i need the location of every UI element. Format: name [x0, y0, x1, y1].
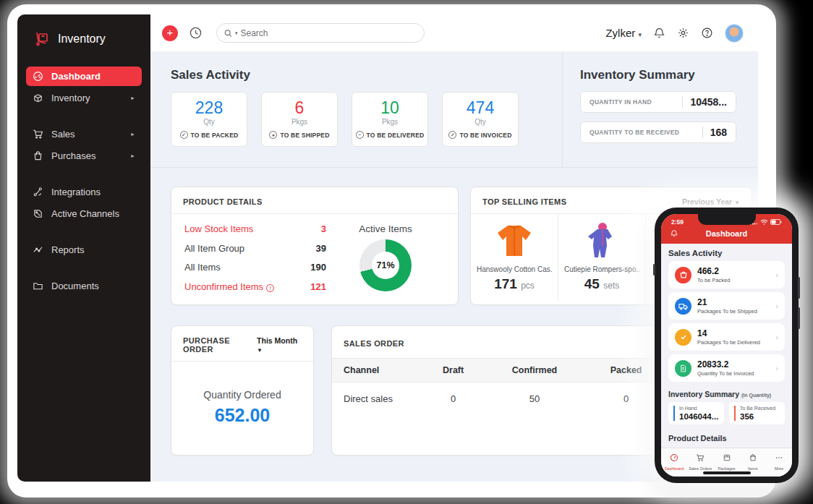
phone-mute-switch: [653, 264, 655, 276]
to-be-delivered-card[interactable]: 10 Pkgs −TO BE DELIVERED: [352, 92, 428, 147]
tab-label: Packages: [713, 466, 739, 471]
phone-to-be-received-card[interactable]: To Be Received 356: [729, 402, 785, 424]
all-item-group-row[interactable]: All Item Group39: [184, 243, 326, 254]
phone-metric-value: 14: [697, 328, 760, 338]
bag-icon: [33, 150, 43, 161]
card-title: SALES ORDER: [344, 339, 404, 348]
phone-in-hand-card[interactable]: In Hand 1046044...: [668, 402, 724, 424]
period-selector[interactable]: This Month ▼: [257, 336, 302, 354]
cell-channel: Direct sales: [332, 383, 425, 416]
info-alert-icon: !: [266, 284, 274, 292]
sidebar-item-purchases[interactable]: Purchases ►: [26, 146, 142, 166]
org-selector[interactable]: Zylker ▾: [605, 27, 642, 39]
phone-home-indicator[interactable]: [703, 471, 751, 474]
wifi-icon: [760, 219, 768, 225]
channels-icon: [33, 208, 43, 219]
sidebar-item-label: Documents: [51, 281, 99, 291]
all-items-row[interactable]: All Items190: [184, 262, 326, 273]
sidebar-item-documents[interactable]: Documents: [26, 276, 142, 296]
sidebar-item-active-channels[interactable]: Active Channels: [26, 204, 142, 223]
summary-label: QUANTITY TO BE RECEIVED: [589, 129, 679, 136]
quick-add-button[interactable]: +: [162, 25, 178, 41]
phone-to-be-packed-card[interactable]: 466.2 To be Packed ›: [668, 261, 785, 289]
notifications-bell-icon[interactable]: [653, 27, 665, 39]
search-scope-caret-icon[interactable]: ▾: [235, 30, 238, 36]
chevron-down-icon: ▼: [257, 347, 263, 354]
low-stock-items-row[interactable]: Low Stock Items3: [184, 223, 326, 234]
search-icon: [224, 29, 232, 38]
check-badge-icon: [675, 329, 691, 346]
phone-inv-label: To Be Received: [740, 406, 780, 411]
phone-tab-more[interactable]: More: [766, 452, 792, 477]
submenu-arrow-icon: ►: [130, 95, 135, 101]
bell-icon[interactable]: [670, 229, 678, 238]
settings-gear-icon[interactable]: [677, 27, 689, 39]
product-details-card: PRODUCT DETAILS Low Stock Items3 All Ite…: [171, 187, 459, 305]
phone-inventory-cards: In Hand 1046044... To Be Received 356: [668, 402, 785, 424]
tab-label: Dashboard: [661, 466, 687, 471]
phone-inv-value: 356: [740, 412, 780, 421]
product-details-list: Low Stock Items3 All Item Group39 All It…: [184, 223, 326, 300]
sidebar-item-sales[interactable]: Sales ►: [26, 124, 142, 144]
summary-label: QUANTITY IN HAND: [589, 98, 652, 106]
cart-tab-icon: [696, 453, 705, 462]
to-be-packed-card[interactable]: 228 Qty ✓TO BE PACKED: [171, 92, 247, 147]
sales-activity-heading: Sales Activity: [171, 68, 562, 82]
phone-to-be-shipped-card[interactable]: 21 Packages To be Shipped ›: [668, 292, 785, 320]
phone-mockup: 2:59 Dashboard Sales Activity: [655, 208, 799, 483]
submenu-arrow-icon: ►: [130, 153, 135, 158]
phone-inventory-summary-heading: Inventory Summary (In Quantity): [668, 390, 785, 398]
quantity-to-be-received-row[interactable]: QUANTITY TO BE RECEIVED 168: [580, 121, 736, 143]
quantity-in-hand-row[interactable]: QUANTITY IN HAND 10458...: [580, 91, 736, 113]
topbar: + ▾ Zylker ▾: [150, 14, 758, 52]
invoice-icon: [675, 360, 691, 377]
sidebar-item-dashboard[interactable]: Dashboard: [26, 67, 142, 86]
sidebar-item-inventory[interactable]: Inventory ►: [26, 88, 142, 108]
recent-activity-icon[interactable]: [189, 26, 203, 40]
help-icon[interactable]: [701, 27, 713, 39]
romper-product-image: [580, 221, 623, 259]
tab-label: Sales Orders: [687, 466, 713, 471]
product-quantity: 171 pcs: [477, 276, 552, 292]
top-item-2[interactable]: Cutiepie Rompers-spo... 45 sets: [558, 214, 646, 302]
card-title: PRODUCT DETAILS: [183, 197, 263, 206]
phone-screen: 2:59 Dashboard Sales Activity: [661, 214, 792, 477]
phone-to-be-invoiced-card[interactable]: 20833.2 Quantity To be Invoiced ›: [668, 354, 785, 382]
battery-icon: [770, 219, 782, 225]
top-item-1[interactable]: Hanswooly Cotton Cas... 171 pcs: [471, 214, 558, 302]
metric-value: 10: [352, 98, 427, 118]
summary-band: Sales Activity 228 Qty ✓TO BE PACKED 6 P…: [150, 52, 758, 168]
period-selector[interactable]: Previous Year ▼: [682, 197, 740, 206]
search-input[interactable]: [241, 28, 417, 38]
metric-label: TO BE DELIVERED: [367, 132, 425, 139]
donut-percent: 71%: [376, 260, 394, 270]
card-title: PURCHASE ORDER: [183, 336, 257, 354]
product-name: Hanswooly Cotton Cas...: [477, 265, 552, 273]
topbar-right: Zylker ▾: [605, 24, 744, 43]
menu-divider: [17, 226, 150, 238]
global-search[interactable]: ▾: [216, 23, 425, 43]
cell-draft: 0: [425, 383, 482, 416]
sidebar-item-label: Reports: [51, 244, 85, 255]
chevron-down-icon: ▾: [638, 31, 642, 38]
phone-tab-dashboard[interactable]: Dashboard: [661, 452, 687, 477]
unconfirmed-items-row[interactable]: Unconfirmed Items! 121: [184, 281, 326, 292]
to-be-invoiced-card[interactable]: 474 Qty ✓TO BE INVOICED: [442, 92, 519, 147]
phone-to-be-delivered-card[interactable]: 14 Packages To be Delivered ›: [668, 323, 785, 351]
inventory-app: Inventory Dashboard Inventory ► Sales ► …: [17, 14, 758, 482]
sidebar-item-integrations[interactable]: Integrations: [26, 182, 142, 202]
sidebar-item-reports[interactable]: Reports: [26, 240, 142, 260]
dashboard-icon: [33, 71, 43, 82]
sidebar-menu: Dashboard Inventory ► Sales ► Purchases …: [17, 67, 150, 296]
sidebar-item-label: Active Channels: [51, 208, 119, 219]
documents-icon: [33, 281, 43, 291]
user-avatar[interactable]: [725, 24, 744, 43]
metric-label: TO BE INVOICED: [459, 132, 511, 139]
card-title: TOP SELLING ITEMS: [482, 197, 566, 206]
phone-side-button: [798, 307, 800, 329]
to-be-shipped-card[interactable]: 6 Pkgs ●TO BE SHIPPED: [261, 92, 338, 147]
truck-icon: [675, 298, 691, 315]
phone-inv-value: 1046044...: [679, 412, 719, 421]
app-title: Inventory: [58, 33, 106, 46]
sidebar-item-label: Integrations: [51, 187, 101, 197]
